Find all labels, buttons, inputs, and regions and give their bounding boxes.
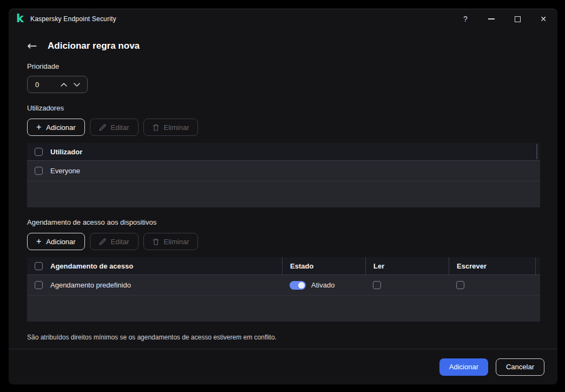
priority-label: Prioridade: [27, 62, 539, 70]
schedule-header-state: Estado: [282, 257, 365, 275]
minimize-icon: [488, 18, 495, 19]
help-button[interactable]: ?: [452, 9, 478, 29]
schedule-select-all-checkbox[interactable]: [35, 262, 43, 270]
state-label: Ativado: [311, 281, 334, 289]
schedule-row-checkbox[interactable]: [35, 281, 43, 289]
page-title: Adicionar regra nova: [48, 41, 140, 51]
schedule-section-label: Agendamento de acesso aos dispositivos: [27, 218, 539, 226]
priority-value[interactable]: 0: [28, 81, 61, 89]
schedule-header-write: Escrever: [449, 257, 535, 275]
schedule-name: Agendamento predefinido: [50, 281, 131, 289]
schedule-add-button[interactable]: + Adicionar: [27, 233, 85, 250]
users-add-label: Adicionar: [46, 123, 75, 132]
help-icon: ?: [463, 15, 468, 23]
back-arrow-icon[interactable]: ←: [27, 40, 40, 52]
users-section-label: Utilizadores: [27, 104, 539, 112]
users-table: Utilizador Everyone: [27, 143, 540, 207]
users-edit-button[interactable]: Editar: [90, 119, 139, 136]
plus-icon: +: [36, 237, 41, 246]
schedule-table-header: Agendamento de acesso Estado Ler Escreve…: [27, 257, 540, 275]
users-delete-label: Eliminar: [164, 123, 189, 132]
table-row[interactable]: Agendamento predefinido Ativado: [27, 275, 540, 296]
user-row-checkbox[interactable]: [35, 167, 43, 175]
users-header-label: Utilizador: [50, 148, 82, 156]
app-title: Kaspersky Endpoint Security: [30, 15, 116, 23]
priority-stepper[interactable]: 0: [27, 76, 88, 93]
submit-button[interactable]: Adicionar: [439, 358, 488, 376]
schedule-table: Agendamento de acesso Estado Ler Escreve…: [27, 257, 540, 322]
users-select-all-checkbox[interactable]: [35, 148, 43, 156]
read-checkbox[interactable]: [373, 281, 381, 289]
schedule-header-name: Agendamento de acesso: [50, 262, 133, 270]
window-controls: ? ✕: [452, 9, 556, 29]
schedule-header-read: Ler: [365, 257, 449, 275]
user-name: Everyone: [50, 167, 80, 175]
conflict-note: São atribuídos direitos mínimos se os ag…: [27, 334, 539, 341]
users-toolbar: + Adicionar Editar Eliminar: [27, 119, 539, 136]
trash-icon: [153, 238, 159, 245]
users-table-header: Utilizador: [27, 143, 540, 161]
increment-button[interactable]: [61, 83, 67, 87]
pencil-icon: [99, 124, 106, 131]
trash-icon: [153, 124, 159, 131]
page-header: ← Adicionar regra nova: [27, 38, 539, 54]
schedule-edit-label: Editar: [111, 238, 129, 246]
pencil-icon: [99, 238, 106, 245]
schedule-add-label: Adicionar: [46, 238, 75, 246]
users-edit-label: Editar: [111, 123, 129, 132]
minimize-button[interactable]: [478, 9, 504, 29]
state-toggle[interactable]: [290, 281, 306, 290]
users-delete-button[interactable]: Eliminar: [143, 119, 199, 136]
schedule-delete-label: Eliminar: [164, 238, 189, 246]
users-add-button[interactable]: + Adicionar: [27, 119, 85, 136]
schedule-table-empty-area: [27, 296, 540, 322]
users-table-empty-area: [27, 181, 540, 207]
schedule-delete-button[interactable]: Eliminar: [143, 233, 199, 250]
schedule-header-spacer: [535, 257, 540, 275]
close-button[interactable]: ✕: [530, 9, 556, 29]
plus-icon: +: [36, 123, 41, 132]
schedule-edit-button[interactable]: Editar: [90, 233, 139, 250]
schedule-toolbar: + Adicionar Editar Eliminar: [27, 233, 539, 250]
table-row[interactable]: Everyone: [27, 161, 540, 181]
app-window: k Kaspersky Endpoint Security ? ✕ ← Adic…: [9, 9, 557, 384]
cancel-button[interactable]: Cancelar: [496, 358, 544, 376]
decrement-button[interactable]: [74, 83, 80, 87]
scrollbar[interactable]: [536, 144, 537, 159]
write-checkbox[interactable]: [456, 281, 464, 289]
dialog-footer: Adicionar Cancelar: [9, 349, 557, 384]
kaspersky-logo-icon: k: [16, 13, 24, 24]
maximize-button[interactable]: [504, 9, 530, 29]
maximize-icon: [515, 16, 521, 22]
title-bar: k Kaspersky Endpoint Security ? ✕: [9, 9, 557, 29]
close-icon: ✕: [540, 15, 547, 23]
